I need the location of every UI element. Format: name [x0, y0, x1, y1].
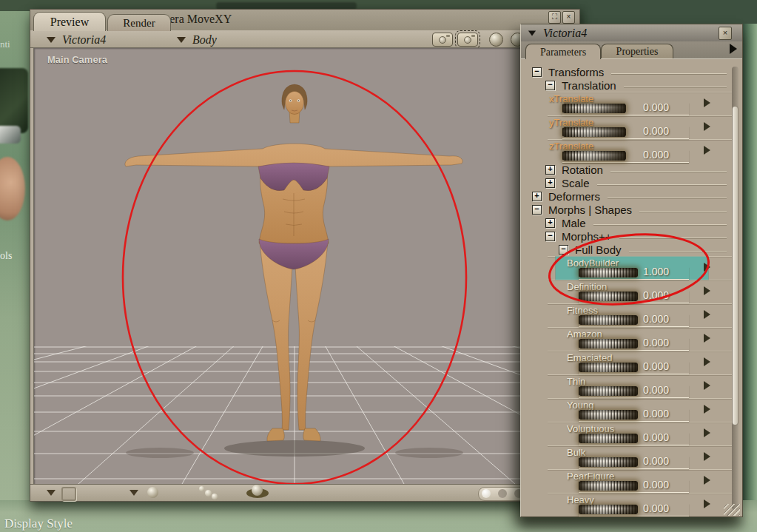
figure-shadow	[126, 440, 463, 458]
collapse-arrow-icon[interactable]	[528, 30, 536, 36]
parameter-value[interactable]: 1.000	[643, 266, 669, 277]
parameter-value[interactable]: 0.000	[643, 502, 669, 514]
parameter-row-amazon: Amazon0.000	[521, 327, 728, 351]
parameter-row-heavy: Heavy0.000	[521, 493, 728, 516]
parameter-menu-arrow-icon[interactable]	[704, 357, 710, 366]
parameter-menu-arrow-icon[interactable]	[704, 286, 710, 295]
parameter-value[interactable]: 0.000	[643, 313, 669, 325]
parameter-menu-arrow-icon[interactable]	[704, 499, 710, 508]
fitness-dial[interactable]	[579, 315, 638, 325]
shaded-sphere-icon[interactable]	[147, 487, 158, 498]
dropdown-arrow-icon	[47, 37, 55, 43]
desktop-thumbnail-fragment	[0, 157, 25, 220]
shadow-sphere-icon[interactable]	[246, 488, 269, 498]
trackball-icon[interactable]	[489, 33, 503, 47]
parameter-value[interactable]: 0.000	[643, 479, 669, 491]
collapse-box-icon[interactable]: −	[559, 245, 568, 255]
display-style-box-icon[interactable]	[61, 487, 76, 501]
parameter-value[interactable]: 0.000	[643, 431, 669, 443]
palette-header[interactable]: Victoria4 ×	[521, 24, 742, 42]
definition-dial[interactable]	[579, 292, 638, 301]
parameter-value[interactable]: 0.000	[643, 125, 669, 137]
parameter-value[interactable]: 0.000	[643, 149, 669, 161]
screen: nti ols Display Style Render Preview Cam…	[0, 0, 757, 532]
parameter-menu-arrow-icon[interactable]	[704, 122, 710, 131]
emaciated-dial[interactable]	[579, 363, 638, 372]
parameter-menu-arrow-icon[interactable]	[704, 428, 710, 437]
parameter-menu-arrow-icon[interactable]	[704, 381, 710, 390]
desktop-thumbnail-fragment	[0, 126, 21, 144]
scrollbar-thumb[interactable]	[732, 106, 739, 425]
parameter-menu-arrow-icon[interactable]	[704, 310, 710, 319]
parameter-value[interactable]: 0.000	[643, 289, 669, 301]
parameter-menu-arrow-icon[interactable]	[704, 405, 710, 414]
tab-render[interactable]: Render	[107, 14, 171, 31]
group-divider	[608, 198, 727, 198]
parameter-row-emaciated: Emaciated0.000	[521, 351, 728, 374]
figure-selector-dropdown[interactable]: Victoria4	[47, 33, 106, 47]
camera-selected-icon[interactable]	[457, 33, 478, 47]
group-divider	[624, 87, 727, 87]
bulk-dial[interactable]	[579, 457, 638, 467]
parameter-value[interactable]: 0.000	[643, 360, 669, 372]
parameter-menu-arrow-icon[interactable]	[704, 476, 710, 485]
camera-icon[interactable]	[432, 33, 453, 47]
ytranslate-dial[interactable]	[562, 127, 626, 137]
viewport-render	[34, 48, 577, 485]
collapse-box-icon[interactable]: −	[532, 67, 542, 77]
parameter-value[interactable]: 0.000	[643, 408, 669, 420]
tab-parameters[interactable]: Parameters	[525, 44, 601, 59]
expand-box-icon[interactable]: +	[532, 192, 542, 201]
expand-box-icon[interactable]: +	[545, 178, 555, 188]
tab-preview[interactable]: Preview	[33, 12, 106, 31]
close-icon[interactable]: ×	[562, 11, 575, 24]
parameter-value[interactable]: 0.000	[643, 337, 669, 349]
pearfigure-dial[interactable]	[579, 481, 638, 491]
expand-box-icon[interactable]: +	[545, 165, 555, 175]
desktop-right-strip	[741, 24, 757, 532]
dropdown-arrow-icon[interactable]	[47, 490, 55, 496]
document-tab-strip: Render Preview Camera MoveXY ⛶ ×	[30, 10, 579, 31]
group-divider	[619, 238, 727, 238]
young-dial[interactable]	[579, 410, 638, 420]
parameter-value[interactable]: 0.000	[643, 101, 669, 113]
parameter-row-xtranslate: xTranslate0.000	[521, 92, 728, 115]
parameter-value[interactable]: 0.000	[643, 455, 669, 467]
figure-victoria4[interactable]	[125, 84, 462, 441]
group-label: Transforms	[548, 66, 604, 78]
thin-dial[interactable]	[579, 386, 638, 396]
parameter-rows: −Transforms−TranslationxTranslate0.000yT…	[521, 65, 728, 516]
expand-box-icon[interactable]: +	[545, 218, 555, 228]
dropdown-arrow-icon[interactable]	[129, 490, 138, 496]
amazon-dial[interactable]	[579, 339, 638, 349]
parameter-row-voluptuous: Voluptuous0.000	[521, 422, 728, 445]
voluptuous-dial[interactable]	[579, 434, 638, 443]
heavy-dial[interactable]	[579, 505, 638, 514]
parameter-value[interactable]: 0.000	[643, 384, 669, 396]
group-row-male: +Male	[521, 216, 728, 229]
parameter-menu-arrow-icon[interactable]	[704, 146, 710, 155]
group-row-morphs-shapes: −Morphs | Shapes	[521, 203, 728, 216]
parameter-menu-arrow-icon[interactable]	[704, 452, 710, 461]
collapse-box-icon[interactable]: −	[532, 205, 542, 215]
flyout-arrow-icon[interactable]	[730, 44, 737, 54]
figure-left-foot	[267, 428, 284, 441]
collapse-box-icon[interactable]: −	[545, 81, 555, 90]
display-style-label: Display Style	[4, 516, 73, 531]
collapse-box-icon[interactable]: −	[545, 232, 555, 241]
viewport-3d[interactable]: Main Camera	[33, 47, 578, 485]
ztranslate-dial[interactable]	[562, 151, 626, 161]
parameter-menu-arrow-icon[interactable]	[704, 263, 710, 272]
bodybuilder-dial[interactable]	[579, 268, 638, 277]
group-label: Deformers	[548, 190, 600, 203]
close-icon[interactable]: ×	[719, 27, 732, 40]
dot-icon[interactable]	[498, 489, 507, 498]
bodypart-selector-dropdown[interactable]: Body	[177, 33, 217, 47]
parameter-menu-arrow-icon[interactable]	[704, 334, 710, 343]
xtranslate-dial[interactable]	[562, 104, 626, 113]
resize-grip-icon[interactable]	[724, 504, 740, 516]
restore-icon[interactable]: ⛶	[548, 11, 561, 24]
parameter-menu-arrow-icon[interactable]	[704, 98, 710, 107]
dot-active-icon[interactable]	[482, 489, 491, 498]
tab-properties[interactable]: Properties	[601, 44, 673, 59]
